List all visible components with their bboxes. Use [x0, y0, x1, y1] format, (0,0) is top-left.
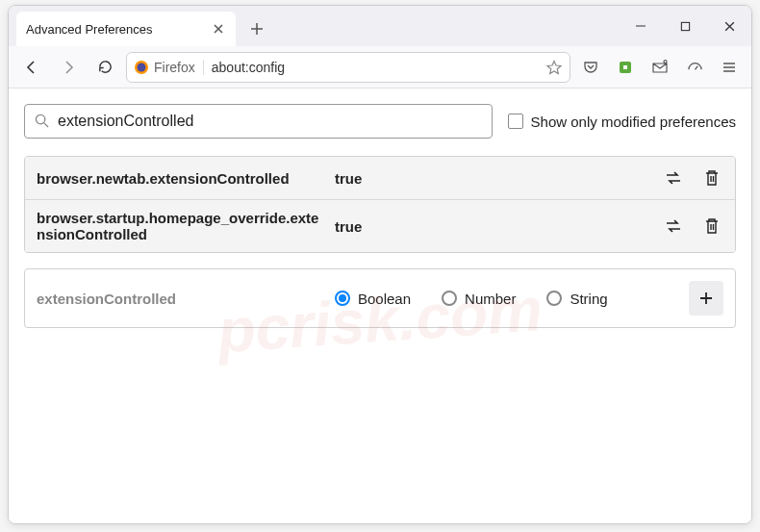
- show-modified-label: Show only modified preferences: [531, 114, 736, 130]
- show-modified-checkbox[interactable]: Show only modified preferences: [508, 114, 736, 130]
- window-controls: [619, 9, 751, 49]
- toggle-icon[interactable]: [662, 215, 685, 238]
- minimize-button[interactable]: [619, 9, 663, 43]
- type-string-radio[interactable]: String: [546, 291, 607, 307]
- search-icon: [35, 114, 50, 129]
- svg-rect-4: [623, 65, 627, 69]
- type-label: String: [570, 291, 607, 307]
- active-tab[interactable]: Advanced Preferences: [16, 12, 236, 46]
- preference-row: browser.newtab.extensionControlled true: [25, 157, 735, 200]
- svg-point-2: [138, 63, 146, 71]
- preference-list: browser.newtab.extensionControlled true …: [24, 156, 736, 253]
- search-input[interactable]: extensionControlled: [24, 104, 493, 139]
- mail-icon[interactable]: [646, 53, 674, 82]
- close-tab-icon[interactable]: [211, 21, 226, 37]
- maximize-button[interactable]: [663, 9, 707, 43]
- search-row: extensionControlled Show only modified p…: [24, 104, 736, 139]
- checkbox-icon: [508, 114, 523, 129]
- preference-name: browser.startup.homepage_override.extens…: [37, 210, 335, 242]
- delete-icon[interactable]: [700, 166, 723, 190]
- svg-rect-0: [681, 22, 689, 30]
- pocket-icon[interactable]: [576, 53, 605, 82]
- add-preference-row: extensionControlled Boolean Number Strin…: [24, 268, 736, 328]
- address-bar[interactable]: Firefox about:config: [126, 52, 570, 83]
- radio-icon: [546, 291, 562, 306]
- preference-value: true: [335, 218, 662, 235]
- page-content: extensionControlled Show only modified p…: [9, 89, 751, 523]
- type-label: Boolean: [358, 291, 411, 307]
- menu-button[interactable]: [715, 53, 744, 82]
- preference-actions: [662, 166, 723, 190]
- toolbar: Firefox about:config: [9, 46, 751, 89]
- dashboard-icon[interactable]: [680, 53, 709, 82]
- browser-window: Advanced Preferences: [8, 5, 752, 524]
- extension-icon[interactable]: [611, 53, 640, 82]
- new-preference-name: extensionControlled: [37, 291, 335, 307]
- preference-actions: [662, 215, 723, 238]
- reload-button[interactable]: [89, 52, 120, 83]
- type-label: Number: [465, 291, 516, 307]
- search-value: extensionControlled: [58, 113, 193, 130]
- svg-point-5: [36, 114, 44, 123]
- radio-icon: [335, 291, 350, 306]
- back-button[interactable]: [16, 52, 47, 83]
- type-boolean-radio[interactable]: Boolean: [335, 291, 411, 307]
- url-text: about:config: [212, 60, 541, 75]
- titlebar: Advanced Preferences: [9, 6, 751, 46]
- bookmark-star-icon[interactable]: [545, 58, 564, 77]
- delete-icon[interactable]: [700, 215, 723, 238]
- preference-name: browser.newtab.extensionControlled: [37, 170, 335, 187]
- type-radio-group: Boolean Number String: [335, 291, 689, 307]
- preference-value: true: [335, 170, 662, 187]
- forward-button[interactable]: [53, 52, 84, 83]
- tab-title: Advanced Preferences: [26, 22, 211, 37]
- url-scheme-label: Firefox: [154, 60, 204, 75]
- toggle-icon[interactable]: [662, 166, 685, 190]
- radio-icon: [442, 291, 457, 306]
- preference-row: browser.startup.homepage_override.extens…: [25, 200, 735, 252]
- type-number-radio[interactable]: Number: [442, 291, 516, 307]
- firefox-logo-icon: [133, 59, 150, 76]
- close-window-button[interactable]: [707, 9, 751, 43]
- add-button[interactable]: [689, 281, 723, 316]
- new-tab-button[interactable]: [241, 13, 272, 44]
